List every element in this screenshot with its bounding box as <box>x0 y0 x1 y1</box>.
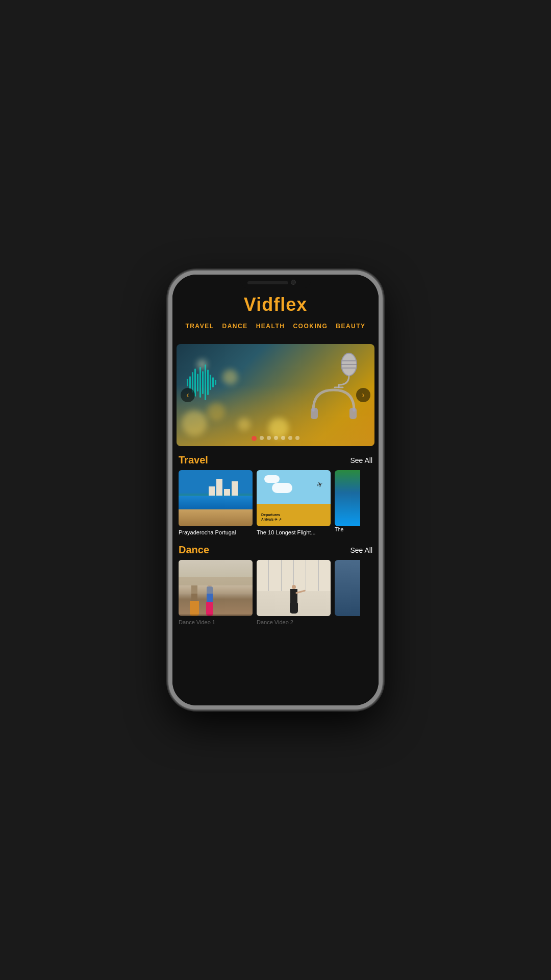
airport-sign: Departures Arrivals ✈ ↗ <box>259 510 328 524</box>
travel-section-header: Travel See All <box>172 446 379 470</box>
dance-thumb-2 <box>257 560 331 616</box>
travel-title-3: The <box>335 526 360 533</box>
dance-section-title: Dance <box>179 544 209 556</box>
wave-bar-9 <box>207 370 209 395</box>
carousel-dot-1[interactable] <box>260 436 264 440</box>
wave-bar-4 <box>194 369 196 397</box>
dance-card-3[interactable] <box>335 560 360 626</box>
tab-dance[interactable]: DANCE <box>222 322 247 331</box>
tab-health[interactable]: HEALTH <box>256 322 285 331</box>
dance-card-1[interactable]: Dance Video 1 <box>179 560 253 626</box>
dance-ground <box>179 615 253 616</box>
bokeh-3 <box>238 418 251 431</box>
travel-thumb-3-bg <box>335 470 360 526</box>
wave-bar-6 <box>199 367 201 398</box>
logo-text: Vidflex <box>244 294 307 315</box>
travel-thumb-1 <box>179 470 253 526</box>
bokeh-2 <box>207 403 225 421</box>
dance-title-2: Dance Video 2 <box>257 619 331 626</box>
carousel-dot-3[interactable] <box>274 436 278 440</box>
carousel-dot-4[interactable] <box>281 436 285 440</box>
hero-banner: ‹ › <box>177 344 374 446</box>
wave-bar-11 <box>212 377 214 387</box>
camera-dot <box>291 280 296 285</box>
carousel-dot-2[interactable] <box>267 436 271 440</box>
sign-arrivals: Arrivals ✈ ↗ <box>261 518 326 522</box>
travel-thumb-2-inner: Departures Arrivals ✈ ↗ ✈ <box>257 470 331 526</box>
phone-frame: Vidflex TRAVEL DANCE HEALTH COOKING BEAU… <box>168 271 383 709</box>
screen: Vidflex TRAVEL DANCE HEALTH COOKING BEAU… <box>172 275 379 705</box>
dancer-2-pants <box>206 602 213 616</box>
header: Vidflex TRAVEL DANCE HEALTH COOKING BEAU… <box>172 275 379 340</box>
svg-rect-5 <box>311 408 318 419</box>
sign-departures: Departures <box>261 512 326 518</box>
travel-section-title: Travel <box>179 454 208 466</box>
tab-beauty[interactable]: BEAUTY <box>336 322 365 331</box>
carousel-dots <box>252 436 299 441</box>
travel-thumb-2: Departures Arrivals ✈ ↗ ✈ <box>257 470 331 526</box>
travel-thumb-3-partial <box>335 470 360 526</box>
wave-bar-12 <box>215 380 216 385</box>
dancer-1-pants <box>190 601 199 616</box>
bokeh-1 <box>182 410 207 436</box>
svg-rect-6 <box>349 408 357 419</box>
carousel-prev-button[interactable]: ‹ <box>181 388 195 402</box>
travel-title-2: The 10 Longest Flight... <box>257 529 331 536</box>
sand <box>179 509 253 526</box>
travel-video-row: Prayaderocha Portugal Departures Arrival… <box>172 470 379 536</box>
travel-card-3[interactable]: The <box>335 470 360 536</box>
dancer-head <box>292 585 296 589</box>
water <box>179 496 253 510</box>
dance-card-2[interactable]: Dance Video 2 <box>257 560 331 626</box>
wave-bar-1 <box>187 379 188 386</box>
tab-travel[interactable]: TRAVEL <box>185 322 214 331</box>
carousel-dot-0[interactable] <box>252 436 257 441</box>
carousel-dot-6[interactable] <box>295 436 299 440</box>
carousel-next-button[interactable]: › <box>356 388 370 402</box>
dance-title-1: Dance Video 1 <box>179 619 253 626</box>
airplane-icon: ✈ <box>316 479 324 489</box>
dance-section-header: Dance See All <box>172 536 379 560</box>
hero-background <box>177 344 374 446</box>
dancer-legs <box>290 603 298 614</box>
dance-see-all[interactable]: See All <box>350 546 372 554</box>
dance-trees <box>179 577 253 594</box>
dance-thumb-3-bg <box>335 560 360 616</box>
bokeh-4 <box>268 418 289 438</box>
wave-bar-7 <box>202 371 204 394</box>
travel-card-2[interactable]: Departures Arrivals ✈ ↗ ✈ The 10 Longest… <box>257 470 331 536</box>
tab-cooking[interactable]: COOKING <box>293 322 328 331</box>
headphones-icon <box>308 385 359 428</box>
cloud-1 <box>264 475 280 483</box>
dance-thumb-3-partial <box>335 560 360 616</box>
travel-see-all[interactable]: See All <box>350 456 372 464</box>
dance-thumb-1-inner <box>179 560 253 616</box>
dance-video-row: Dance Video 1 <box>172 560 379 626</box>
wave-bar-5 <box>197 374 198 391</box>
app-logo: Vidflex <box>183 294 368 315</box>
dancer-body <box>290 589 297 603</box>
bokeh-6 <box>222 370 238 385</box>
travel-title-1: Prayaderocha Portugal <box>179 529 253 536</box>
speaker-bar <box>247 281 288 284</box>
carousel-dot-5[interactable] <box>288 436 292 440</box>
dance-thumb-1 <box>179 560 253 616</box>
travel-thumb-1-inner <box>179 470 253 526</box>
cloud-2 <box>272 483 292 493</box>
travel-card-1[interactable]: Prayaderocha Portugal <box>179 470 253 536</box>
wave-bar-10 <box>210 375 211 390</box>
nav-tabs: TRAVEL DANCE HEALTH COOKING BEAUTY <box>183 322 368 335</box>
dance-thumb-2-inner <box>257 560 331 616</box>
ballet-dancer <box>290 585 298 614</box>
wave-bar-8 <box>205 364 206 400</box>
app-container: Vidflex TRAVEL DANCE HEALTH COOKING BEAU… <box>172 275 379 705</box>
wave-bar-2 <box>189 376 191 389</box>
